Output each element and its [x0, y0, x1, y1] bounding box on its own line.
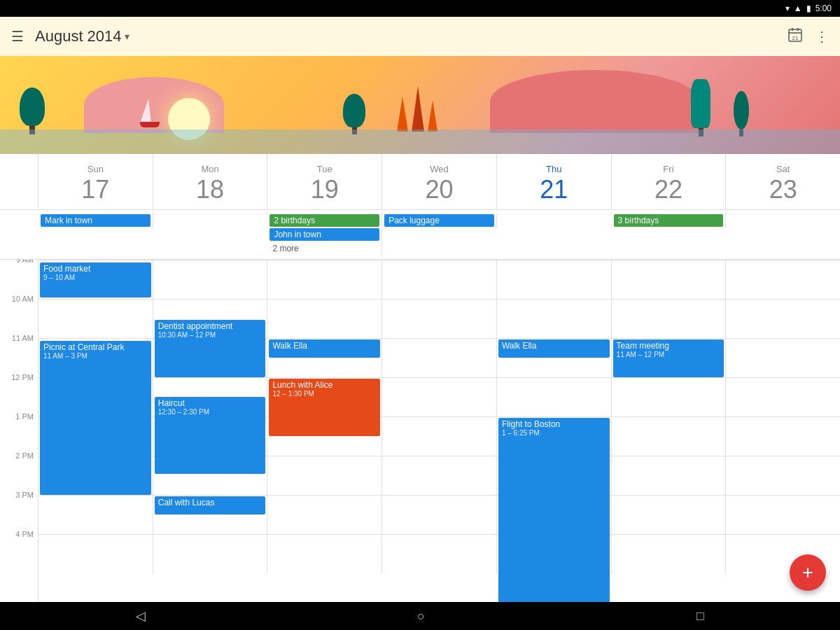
time-labels: 9 AM 10 AM 11 AM 12 PM 1 PM 2 PM 3 PM 4 … — [0, 260, 38, 602]
month-selector[interactable]: August 2014 ▾ — [35, 27, 130, 46]
menu-icon[interactable]: ☰ — [11, 28, 24, 45]
svg-text:21: 21 — [792, 35, 799, 41]
time-label-11am: 11 AM — [12, 334, 34, 342]
event-flight-boston[interactable]: Flight to Boston 1 – 6:25 PM — [498, 418, 610, 602]
time-label-3pm: 3 PM — [15, 491, 34, 499]
recents-button[interactable]: □ — [696, 609, 704, 624]
home-button[interactable]: ○ — [417, 609, 425, 624]
event-walk-ella-tue[interactable]: Walk Ella — [269, 340, 380, 358]
status-time: 5:00 — [816, 4, 832, 13]
day-header-mon: Mon 18 — [153, 154, 268, 209]
time-grid: 9 AM 10 AM 11 AM 12 PM 1 PM 2 PM 3 PM 4 … — [0, 260, 840, 602]
day-header-sat: Sat 23 — [726, 154, 840, 209]
event-team-meeting[interactable]: Team meeting 11 AM – 12 PM — [613, 340, 724, 377]
allday-area: Mark in town 2 birthdays John in town 2 … — [0, 210, 840, 260]
battery-icon: ▮ — [806, 4, 811, 13]
add-event-fab[interactable]: + — [790, 554, 826, 591]
event-lunch-alice[interactable]: Lunch with Alice 12 – 1:30 PM — [269, 379, 380, 436]
allday-fri: 3 birthdays — [612, 213, 727, 228]
day-header-thu: Thu 21 — [497, 154, 612, 209]
day-col-sun: Food market 9 – 10 AM Picnic at Central … — [38, 260, 153, 573]
allday-event[interactable]: 2 birthdays — [270, 214, 379, 227]
calendar-grid: Sun 17 Mon 18 Tue 19 Wed 20 Thu 21 Fri 2… — [0, 154, 840, 602]
event-haircut[interactable]: Haircut 12:30 – 2:30 PM — [155, 397, 266, 474]
time-label-9am: 9 AM — [16, 260, 34, 264]
day-col-mon: Dentist appointment 10:30 AM – 12 PM Hai… — [153, 260, 268, 573]
event-picnic[interactable]: Picnic at Central Park 11 AM – 3 PM — [40, 341, 151, 495]
day-col-thu: Walk Ella Flight to Boston 1 – 6:25 PM — [497, 260, 612, 573]
time-label-4pm: 4 PM — [15, 530, 34, 538]
day-header-fri: Fri 22 — [612, 154, 727, 209]
allday-event[interactable]: Mark in town — [41, 214, 150, 227]
more-options-icon[interactable]: ⋮ — [815, 28, 829, 45]
allday-tue: 2 birthdays John in town 2 more — [267, 213, 382, 256]
top-bar-actions: 21 ⋮ — [787, 27, 829, 46]
allday-event[interactable]: John in town — [270, 228, 379, 241]
event-dentist[interactable]: Dentist appointment 10:30 AM – 12 PM — [155, 320, 266, 377]
allday-sat — [726, 213, 840, 216]
time-label-12pm: 12 PM — [11, 373, 34, 382]
wifi-icon: ▾ — [785, 4, 790, 13]
status-bar: ▾ ▲ ▮ 5:00 — [0, 0, 840, 17]
more-events-link[interactable]: 2 more — [270, 242, 379, 255]
event-walk-ella-thu[interactable]: Walk Ella — [498, 340, 610, 358]
today-button[interactable]: 21 — [787, 27, 804, 46]
day-header-wed: Wed 20 — [382, 154, 497, 209]
boat — [140, 99, 160, 127]
allday-sun: Mark in town — [38, 213, 153, 228]
add-icon: + — [802, 561, 813, 584]
day-headers-row: Sun 17 Mon 18 Tue 19 Wed 20 Thu 21 Fri 2… — [0, 154, 840, 210]
day-col-sat — [726, 260, 840, 573]
time-label-1pm: 1 PM — [15, 412, 34, 421]
bottom-nav: ◁ ○ □ — [0, 602, 840, 630]
back-button[interactable]: ◁ — [136, 608, 146, 624]
hero-illustration — [0, 56, 840, 154]
month-title-text: August 2014 — [35, 27, 122, 46]
allday-wed: Pack luggage — [382, 213, 497, 228]
allday-event[interactable]: 3 birthdays — [614, 214, 724, 227]
dropdown-arrow: ▾ — [125, 31, 130, 42]
day-columns: Food market 9 – 10 AM Picnic at Central … — [38, 260, 840, 602]
allday-event[interactable]: Pack luggage — [384, 214, 494, 227]
allday-thu — [497, 213, 612, 216]
top-bar: ☰ August 2014 ▾ 21 ⋮ — [0, 17, 840, 56]
day-header-sun: Sun 17 — [38, 154, 153, 209]
day-col-wed — [382, 260, 497, 573]
time-label-10am: 10 AM — [12, 295, 34, 303]
signal-icon: ▲ — [794, 4, 802, 13]
event-call-lucas[interactable]: Call with Lucas — [155, 496, 266, 514]
allday-mon — [153, 213, 268, 216]
day-col-fri: Team meeting 11 AM – 12 PM — [612, 260, 727, 573]
day-header-tue: Tue 19 — [267, 154, 382, 209]
event-food-market[interactable]: Food market 9 – 10 AM — [40, 262, 151, 298]
calendar-icon: 21 — [787, 27, 804, 43]
day-col-tue: Walk Ella Lunch with Alice 12 – 1:30 PM — [267, 260, 382, 573]
time-label-2pm: 2 PM — [15, 451, 34, 460]
